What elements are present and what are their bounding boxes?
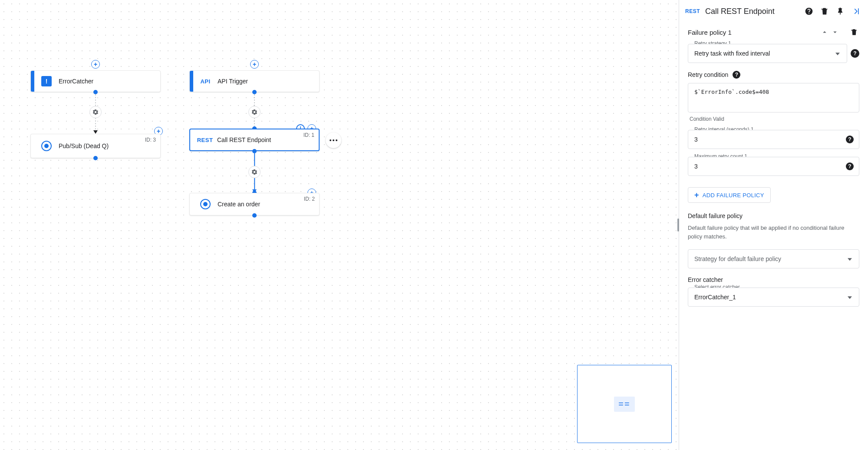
field-value: 3 — [694, 163, 698, 170]
order-icon — [200, 199, 211, 209]
section-title: Failure policy 1 — [688, 29, 819, 36]
port-out[interactable] — [252, 90, 257, 94]
default-policy-heading: Default failure policy — [688, 212, 859, 219]
retry-strategy-select[interactable]: Retry task with fixed interval — [688, 44, 847, 63]
retry-condition-label: Retry condition ? — [688, 71, 859, 79]
select-value: Retry task with fixed interval — [694, 50, 770, 57]
delete-policy-icon[interactable] — [849, 28, 859, 36]
max-retry-input[interactable]: 3 ? — [688, 157, 859, 176]
delete-icon[interactable] — [819, 6, 830, 17]
api-icon: API — [200, 78, 210, 85]
node-id: ID: 1 — [304, 132, 314, 138]
add-above-errorcatcher[interactable] — [91, 60, 100, 69]
move-up-icon[interactable] — [819, 28, 830, 36]
default-policy-desc: Default failure policy that will be appl… — [688, 224, 859, 241]
port-out[interactable] — [252, 213, 257, 218]
field-value: 3 — [694, 136, 698, 143]
select-value: ErrorCatcher_1 — [694, 294, 736, 301]
node-api-trigger[interactable]: API API Trigger — [189, 70, 320, 92]
minimap[interactable]: == — [577, 365, 672, 443]
pubsub-icon — [41, 141, 52, 151]
node-label: Pub/Sub (Dead Q) — [55, 142, 160, 149]
collapse-panel-icon[interactable] — [851, 6, 861, 17]
plus-icon: + — [694, 191, 699, 199]
node-call-rest[interactable]: REST Call REST Endpoint ID: 1 — [189, 129, 320, 151]
edge-settings-icon[interactable] — [89, 106, 102, 118]
condition-value: $`ErrorInfo`.code$=408 — [694, 89, 769, 95]
condition-valid-text: Condition Valid — [690, 116, 859, 122]
node-id: ID: 2 — [304, 196, 315, 202]
properties-panel: REST Call REST Endpoint Failure policy 1 — [679, 0, 868, 450]
pin-icon[interactable] — [835, 6, 845, 17]
minimap-icon: == — [614, 397, 634, 412]
node-error-catcher[interactable]: ! ErrorCatcher — [30, 70, 161, 92]
error-icon: ! — [41, 76, 52, 86]
node-label: API Trigger — [214, 78, 319, 85]
port-out[interactable] — [252, 149, 257, 153]
retry-condition-input[interactable]: $`ErrorInfo`.code$=408 — [688, 83, 859, 112]
port-out[interactable] — [93, 90, 98, 94]
error-catcher-heading: Error catcher — [688, 276, 859, 283]
help-icon[interactable] — [804, 6, 814, 17]
move-down-icon[interactable] — [830, 28, 840, 36]
default-strategy-select[interactable]: Strategy for default failure policy — [688, 249, 859, 268]
app-root: ! ErrorCatcher Pub/Sub (Dead Q) ID: 3 — [0, 0, 868, 450]
info-icon[interactable]: ? — [851, 49, 859, 58]
error-catcher-select[interactable]: ErrorCatcher_1 — [688, 288, 859, 307]
port-out[interactable] — [93, 156, 98, 160]
node-pubsub[interactable]: Pub/Sub (Dead Q) ID: 3 — [30, 134, 161, 158]
retry-interval-input[interactable]: 3 ? — [688, 130, 859, 149]
add-above-api[interactable] — [250, 60, 259, 69]
node-create-order[interactable]: Create an order ID: 2 — [189, 193, 320, 215]
panel-header: REST Call REST Endpoint — [679, 0, 868, 23]
panel-title: Call REST Endpoint — [705, 7, 799, 16]
rest-icon: REST — [197, 137, 213, 143]
rest-badge-icon: REST — [685, 8, 700, 14]
info-icon[interactable]: ? — [733, 71, 740, 79]
panel-resize-handle[interactable] — [677, 218, 679, 232]
info-icon[interactable]: ? — [846, 162, 854, 170]
workflow-canvas[interactable]: ! ErrorCatcher Pub/Sub (Dead Q) ID: 3 — [0, 0, 679, 450]
node-label: ErrorCatcher — [55, 78, 160, 85]
arrow-icon — [93, 130, 98, 134]
edge-settings-icon[interactable] — [248, 166, 261, 178]
edge-settings-icon[interactable] — [248, 106, 261, 118]
failure-policy-header: Failure policy 1 — [688, 28, 859, 36]
node-id: ID: 3 — [145, 137, 156, 143]
button-label: ADD FAILURE POLICY — [703, 192, 764, 199]
node-kebab-menu[interactable] — [326, 132, 341, 148]
add-failure-policy-button[interactable]: + ADD FAILURE POLICY — [688, 187, 771, 203]
info-icon[interactable]: ? — [846, 136, 854, 143]
select-placeholder: Strategy for default failure policy — [694, 255, 781, 262]
